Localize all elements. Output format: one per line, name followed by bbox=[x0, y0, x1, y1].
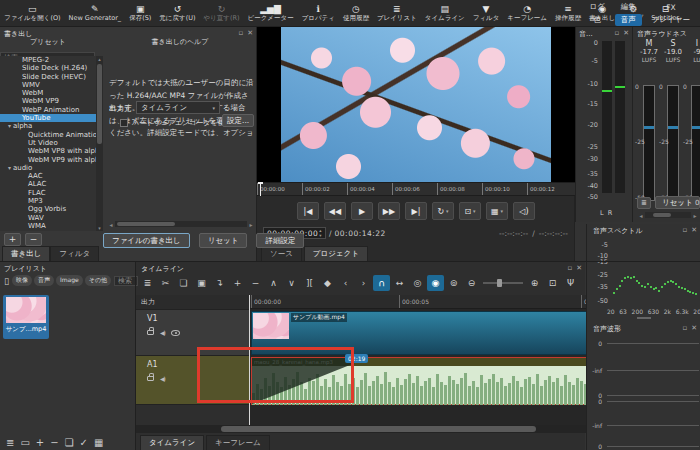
help-hscrollbar[interactable]: ◂ ▸ bbox=[107, 220, 255, 228]
close-panel-icon[interactable]: ✕ bbox=[691, 324, 697, 332]
preset-list-item[interactable]: MP3 bbox=[0, 197, 96, 205]
timeline-ruler[interactable]: 00:00:0000:00:0500:00:10 bbox=[249, 295, 586, 309]
timeline-toolbar-button[interactable]: ⊚ bbox=[445, 275, 462, 291]
toolbar-button[interactable]: ↻ やり直す(R) bbox=[199, 0, 243, 27]
timeline-toolbar-button[interactable]: ≣ bbox=[139, 275, 156, 291]
toolbar-button[interactable]: ✎ New Generator_ bbox=[65, 0, 126, 27]
toolbar-button[interactable]: ▤ タイムライン bbox=[421, 0, 469, 27]
export-file-button[interactable]: ファイルの書き出し bbox=[103, 233, 190, 248]
timeline-toolbar-button[interactable]: ∧ bbox=[265, 275, 282, 291]
float-panel-icon[interactable]: ▫ bbox=[567, 264, 572, 272]
preset-list-item[interactable]: Ut Video bbox=[0, 139, 96, 147]
transport-button[interactable]: ↻ bbox=[432, 202, 454, 220]
scrollbar-thumb[interactable] bbox=[653, 213, 671, 217]
bottom-tab[interactable]: キーフレーム bbox=[206, 435, 270, 450]
transport-button[interactable]: |◀ bbox=[297, 202, 319, 220]
loudness-reset-button[interactable]: リセット bbox=[655, 196, 700, 209]
preset-list-item[interactable]: Quicktime Animation bbox=[0, 131, 96, 139]
loudness-hscrollbar[interactable]: ◂ ▸ bbox=[637, 211, 699, 219]
playlist-item[interactable]: サンプ...mp4 bbox=[3, 295, 49, 339]
preset-list-item[interactable]: WMV bbox=[0, 81, 96, 89]
float-panel-icon[interactable]: ▫ bbox=[238, 29, 243, 37]
toolbar-button[interactable]: ▭ ファイルを開く(O) bbox=[0, 0, 65, 27]
output-track-header[interactable]: 出力 bbox=[136, 295, 249, 310]
timeline-toolbar-button[interactable]: ◆ bbox=[319, 275, 336, 291]
spectrum-scrollbar-thumb[interactable] bbox=[637, 317, 651, 319]
preset-scrollbar[interactable]: ▴ ▾ bbox=[96, 56, 103, 231]
bottom-tab[interactable]: タイムライン bbox=[140, 435, 204, 450]
hw-encoder-checkbox[interactable] bbox=[120, 119, 128, 127]
scroll-up-icon[interactable]: ▴ bbox=[96, 56, 103, 62]
loudness-menu-button[interactable]: ≣ bbox=[637, 197, 651, 209]
timeline-toolbar-button[interactable]: − bbox=[247, 275, 264, 291]
add-preset-button[interactable]: + bbox=[4, 233, 21, 246]
transport-button[interactable]: ◀◀ bbox=[324, 202, 346, 220]
scroll-right-icon[interactable]: ▸ bbox=[691, 212, 699, 219]
timeline-toolbar-button[interactable]: ‹ bbox=[337, 275, 354, 291]
scrollbar-thumb[interactable] bbox=[97, 64, 102, 144]
configure-button[interactable]: 設定... bbox=[222, 114, 254, 127]
layout-button[interactable]: FX bbox=[646, 1, 696, 13]
toolbar-button[interactable]: ▂▅▇ ピークメーター bbox=[244, 0, 298, 27]
preset-list-item[interactable]: WMA bbox=[0, 222, 96, 230]
preset-list-item[interactable]: WAV bbox=[0, 214, 96, 222]
toolbar-button[interactable]: ≣ プレイリスト bbox=[373, 0, 421, 27]
preset-list-item[interactable]: alpha bbox=[0, 122, 96, 130]
float-panel-icon[interactable]: ▫ bbox=[614, 29, 619, 37]
close-panel-icon[interactable]: ✕ bbox=[623, 29, 629, 37]
panel-tab[interactable]: フィルタ bbox=[50, 246, 99, 261]
timeline-toolbar-button[interactable]: ⊕ bbox=[526, 275, 543, 291]
reset-button[interactable]: リセット bbox=[199, 233, 248, 248]
preset-list-item[interactable]: WebM VP9 bbox=[0, 97, 96, 105]
preset-list-item[interactable]: FLAC bbox=[0, 189, 96, 197]
timeline-toolbar-button[interactable]: + bbox=[229, 275, 246, 291]
layout-button[interactable]: 音声 bbox=[615, 14, 642, 26]
hide-track-icon[interactable] bbox=[171, 330, 180, 336]
close-panel-icon[interactable]: ✕ bbox=[576, 264, 582, 272]
player-tab[interactable]: プロジェクト bbox=[304, 246, 368, 261]
scroll-left-icon[interactable]: ◂ bbox=[637, 212, 645, 219]
preset-list-item[interactable]: Ogg Vorbis bbox=[0, 205, 96, 213]
filter-pill[interactable]: 映像 bbox=[12, 275, 32, 286]
playlist-toolbar-button[interactable]: ▦ bbox=[94, 437, 103, 448]
timeline-toolbar-button[interactable]: ∨ bbox=[283, 275, 300, 291]
toolbar-button[interactable]: ↺ 元に戻す(U) bbox=[155, 0, 199, 27]
timeline-toolbar-button[interactable]: ⊖ bbox=[463, 275, 480, 291]
transport-button[interactable]: ▦ bbox=[486, 202, 508, 220]
float-panel-icon[interactable]: ▫ bbox=[682, 324, 687, 332]
toolbar-button[interactable]: ▼ フィルタ bbox=[469, 0, 504, 27]
preset-list-item[interactable]: WebM VP9 with alph... bbox=[0, 156, 96, 164]
preset-list-item[interactable]: YouTube bbox=[0, 114, 96, 122]
player-tab[interactable]: ソース bbox=[261, 246, 302, 261]
preset-list-item[interactable]: Slide Deck (HEVC) bbox=[0, 73, 96, 81]
transport-button[interactable]: ▶| bbox=[405, 202, 427, 220]
layout-button[interactable]: ログ bbox=[583, 1, 610, 13]
timeline-toolbar-button[interactable]: ▣ bbox=[193, 275, 210, 291]
layout-button[interactable]: 色 bbox=[583, 14, 610, 26]
timeline-toolbar-button[interactable]: ◉ bbox=[427, 275, 444, 291]
panel-splitter[interactable] bbox=[135, 262, 136, 450]
timeline-toolbar-button[interactable]: ◎ bbox=[409, 275, 426, 291]
playlist-toolbar-button[interactable]: ❏ bbox=[65, 437, 74, 448]
preset-list-item[interactable]: audio bbox=[0, 164, 96, 172]
mute-track-icon[interactable]: ◀) bbox=[160, 375, 165, 382]
preset-list-item[interactable]: WebM bbox=[0, 89, 96, 97]
timeline-toolbar-button[interactable]: ↔ bbox=[391, 275, 408, 291]
toolbar-button[interactable]: ≡ 操作履歴 bbox=[551, 0, 585, 27]
preset-list-item[interactable]: WebP Animation bbox=[0, 106, 96, 114]
layout-button[interactable]: プレイヤー bbox=[646, 14, 696, 26]
zoom-slider-thumb[interactable] bbox=[497, 279, 502, 287]
timeline-toolbar-button[interactable]: ❏ bbox=[175, 275, 192, 291]
preset-list-item[interactable]: MPEG-2 bbox=[0, 56, 96, 64]
panel-splitter[interactable] bbox=[0, 261, 700, 262]
playlist-toolbar-button[interactable]: ✓ bbox=[80, 437, 88, 448]
scrollbar-thumb[interactable] bbox=[117, 222, 175, 226]
toolbar-button[interactable]: ▣ 保存(S) bbox=[125, 0, 155, 27]
timeline-toolbar-button[interactable]: › bbox=[355, 275, 372, 291]
filter-pill[interactable]: Image bbox=[56, 275, 83, 286]
scroll-right-icon[interactable]: ▸ bbox=[247, 221, 255, 228]
zoom-slider-track[interactable] bbox=[483, 282, 523, 284]
transport-button[interactable]: ◁) bbox=[513, 202, 535, 220]
playlist-toolbar-button[interactable]: ▭ bbox=[20, 437, 29, 448]
from-select[interactable]: タイムライン ▾ bbox=[136, 101, 220, 114]
